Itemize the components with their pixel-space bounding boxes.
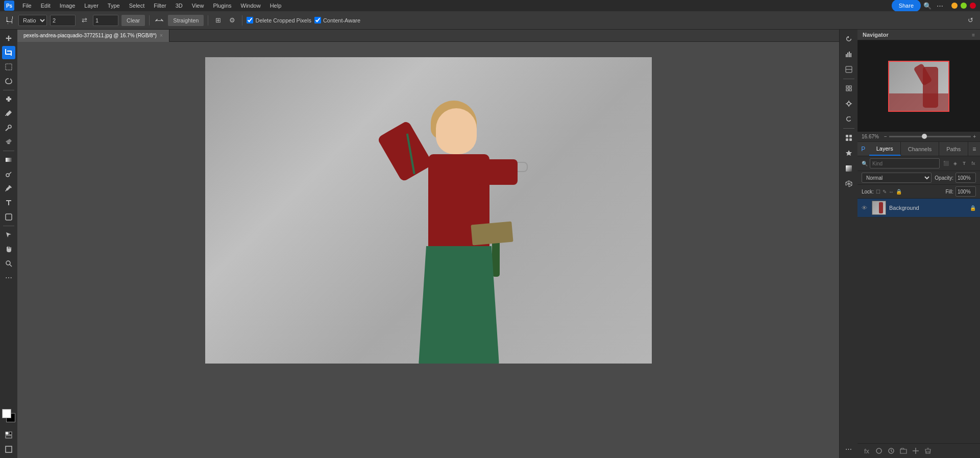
filter-type-icon[interactable]: T xyxy=(960,159,968,167)
brush-tool[interactable] xyxy=(2,107,15,120)
menu-help[interactable]: Help xyxy=(266,2,286,10)
delete-cropped-checkbox[interactable] xyxy=(247,17,253,23)
layers-search-input[interactable] xyxy=(870,158,940,168)
delete-cropped-label[interactable]: Delete Cropped Pixels xyxy=(247,17,311,23)
menu-filter[interactable]: Filter xyxy=(150,2,170,10)
gradient-tool[interactable] xyxy=(2,153,15,166)
menu-select[interactable]: Select xyxy=(125,2,149,10)
rtool-move[interactable] xyxy=(842,32,856,46)
menu-3d[interactable]: 3D xyxy=(172,2,187,10)
opacity-input[interactable] xyxy=(955,173,976,183)
screen-mode-btn[interactable] xyxy=(2,443,15,456)
tab-channels[interactable]: Channels xyxy=(901,142,939,156)
navigator-menu-icon[interactable]: ≡ xyxy=(972,32,975,38)
content-aware-checkbox[interactable] xyxy=(314,17,321,23)
rtool-histogram[interactable] xyxy=(842,47,856,61)
fill-input[interactable] xyxy=(955,186,976,197)
zoom-in-icon[interactable]: + xyxy=(973,134,976,139)
svg-rect-4 xyxy=(6,214,12,220)
rtool-shapes[interactable] xyxy=(842,146,856,160)
head xyxy=(436,108,477,154)
maximize-btn[interactable] xyxy=(961,3,967,9)
clear-button[interactable]: Clear xyxy=(121,15,145,26)
rtool-adjustments[interactable] xyxy=(842,97,856,111)
blend-mode-select[interactable]: Normal xyxy=(862,173,932,183)
zoom-tool[interactable] xyxy=(2,257,15,270)
lock-image-icon[interactable]: ✎ xyxy=(883,189,887,195)
close-btn[interactable] xyxy=(970,3,976,9)
more-options-icon[interactable]: ⋯ xyxy=(934,0,945,11)
eraser-tool[interactable] xyxy=(2,135,15,149)
ratio-select[interactable]: Ratio xyxy=(18,15,47,26)
filter-shape-icon[interactable]: fx xyxy=(969,159,977,167)
hand-tool[interactable] xyxy=(2,243,15,256)
grid-icon[interactable]: ⊞ xyxy=(212,15,224,26)
share-button[interactable]: Share xyxy=(892,0,921,12)
move-tool[interactable] xyxy=(2,32,15,45)
menu-view[interactable]: View xyxy=(188,2,208,10)
ratio-value1-input[interactable] xyxy=(50,15,76,26)
swap-icon[interactable]: ⇄ xyxy=(79,15,90,26)
add-group-btn[interactable] xyxy=(898,446,909,456)
settings-icon[interactable]: ⚙ xyxy=(227,15,238,26)
tab-close-btn[interactable]: × xyxy=(160,33,163,38)
marquee-tool[interactable] xyxy=(2,60,15,74)
layers-menu-icon[interactable]: ≡ xyxy=(968,142,980,156)
crop-tool[interactable] xyxy=(2,46,15,59)
straighten-button[interactable]: Straighten xyxy=(168,15,204,26)
add-adjustment-btn[interactable] xyxy=(886,446,896,456)
rtool-properties[interactable] xyxy=(842,81,856,95)
add-mask-btn[interactable] xyxy=(874,446,884,456)
file-tab[interactable]: pexels-andrea-piacquadio-3772511.jpg @ 1… xyxy=(17,30,169,42)
search-icon[interactable]: 🔍 xyxy=(922,0,933,11)
content-aware-label[interactable]: Content-Aware xyxy=(314,17,360,23)
lock-artboard-icon[interactable]: ↔ xyxy=(889,189,894,195)
layer-visibility-icon[interactable]: 👁 xyxy=(862,205,869,211)
more-tools-btn[interactable]: ⋯ xyxy=(2,271,15,284)
undo-icon[interactable]: ↺ xyxy=(965,15,976,26)
layer-background[interactable]: 👁 Background 🔒 xyxy=(857,199,980,218)
ratio-value2-input[interactable] xyxy=(93,15,118,26)
color-boxes[interactable] xyxy=(2,409,15,422)
menu-window[interactable]: Window xyxy=(237,2,265,10)
pen-tool[interactable] xyxy=(2,182,15,195)
menu-plugins[interactable]: Plugins xyxy=(209,2,235,10)
menu-layer[interactable]: Layer xyxy=(80,2,103,10)
rtool-rotate[interactable] xyxy=(842,112,856,126)
zoom-slider[interactable] xyxy=(889,136,971,137)
foreground-color[interactable] xyxy=(2,409,11,418)
svg-point-16 xyxy=(847,102,850,105)
canvas-image[interactable] xyxy=(205,57,652,364)
lock-position-icon[interactable]: 🔒 xyxy=(896,189,902,195)
navigator-thumbnail xyxy=(888,61,949,112)
lasso-tool[interactable] xyxy=(2,75,15,88)
tab-paths[interactable]: Paths xyxy=(939,142,968,156)
add-layer-btn[interactable] xyxy=(911,446,921,456)
rtool-gradient[interactable] xyxy=(842,161,856,176)
canvas-viewport[interactable] xyxy=(17,42,839,458)
rtool-info[interactable] xyxy=(842,62,856,77)
properties-icon[interactable]: P xyxy=(857,142,869,156)
menu-edit[interactable]: Edit xyxy=(37,2,55,10)
tab-layers[interactable]: Layers xyxy=(869,142,901,156)
healing-tool[interactable] xyxy=(2,92,15,106)
lock-transparent-icon[interactable]: ☐ xyxy=(876,189,880,195)
clone-stamp-tool[interactable] xyxy=(2,121,15,134)
delete-layer-btn[interactable] xyxy=(923,446,933,456)
shape-tool[interactable] xyxy=(2,210,15,224)
rtool-patterns[interactable] xyxy=(842,177,856,191)
dodge-tool[interactable] xyxy=(2,167,15,181)
minimize-btn[interactable] xyxy=(951,3,958,9)
selection-tool[interactable] xyxy=(2,228,15,242)
rtool-libraries[interactable] xyxy=(842,131,856,145)
filter-adjustment-icon[interactable]: ◈ xyxy=(951,159,959,167)
menu-image[interactable]: Image xyxy=(56,2,80,10)
mask-mode-btn[interactable] xyxy=(2,428,15,442)
menu-file[interactable]: File xyxy=(18,2,36,10)
zoom-out-icon[interactable]: − xyxy=(884,134,887,139)
type-tool[interactable] xyxy=(2,196,15,209)
add-style-btn[interactable]: fx xyxy=(862,446,872,456)
rtool-more[interactable]: ⋯ xyxy=(842,442,856,456)
filter-pixel-icon[interactable]: ⬛ xyxy=(942,159,950,167)
menu-type[interactable]: Type xyxy=(104,2,124,10)
